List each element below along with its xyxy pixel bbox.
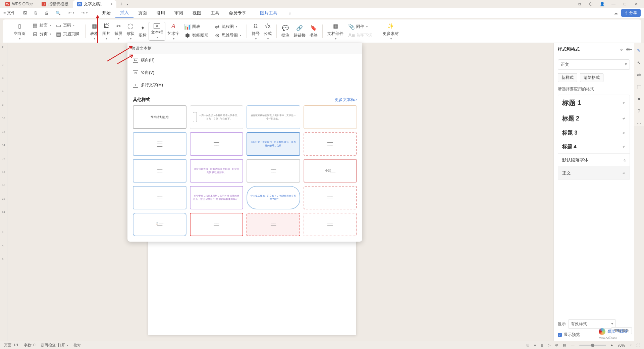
style-body[interactable]: 正文↵ bbox=[558, 167, 630, 180]
style-default-font[interactable]: 默认段落字体a bbox=[558, 154, 630, 167]
hyperlink-button[interactable]: 🔗超链接 bbox=[291, 24, 308, 38]
textbox-horizontal[interactable]: A= 横向(H) bbox=[127, 54, 362, 66]
page-break-button[interactable]: ⊟分页▾ bbox=[32, 31, 51, 38]
tab-member[interactable]: 会员专享 bbox=[224, 8, 251, 18]
template-thumb[interactable]: ━━━━━━━━ bbox=[133, 159, 186, 183]
table-button[interactable]: ▦表格▾ bbox=[88, 22, 100, 40]
view-dots-icon[interactable]: ⊞ bbox=[526, 343, 529, 347]
shape-button[interactable]: ◯形状▾ bbox=[124, 22, 137, 40]
textbox-vertical[interactable]: A| 竖向(V) bbox=[127, 66, 362, 79]
zoom-out-button[interactable]: — bbox=[571, 343, 575, 347]
qat-save-icon[interactable]: 🖫 bbox=[21, 11, 29, 15]
cloud-icon[interactable]: ☁ bbox=[614, 11, 618, 15]
flowchart-button[interactable]: ⇄流程图▾ bbox=[214, 23, 241, 30]
collapse-panel-icon[interactable]: — bbox=[626, 46, 632, 53]
chart-button[interactable]: 📊图表 bbox=[184, 23, 208, 30]
template-thumb[interactable]: 学习像工度弟，正义有了， 他起你另大会百日年了吧？ bbox=[247, 186, 300, 209]
mindmap-button[interactable]: ⊛思维导图▾ bbox=[214, 32, 241, 39]
template-thumb[interactable]: 并设活题等情，即新活动以 初始期，科学等 关新 抽取研究等。 bbox=[190, 159, 244, 183]
app-tab[interactable]: W WPS Office bbox=[1, 0, 37, 8]
tab-tools[interactable]: 工具 bbox=[206, 8, 224, 18]
tools-icon[interactable]: ✕ bbox=[636, 96, 642, 102]
new-style-button[interactable]: 新样式 bbox=[558, 73, 577, 82]
style-heading-1[interactable]: 标题 1↵ bbox=[558, 95, 630, 111]
zoom-level[interactable]: 70% bbox=[618, 343, 625, 347]
screenshot-button[interactable]: ✂截屏▾ bbox=[112, 22, 124, 40]
word-count[interactable]: 字数: 0 bbox=[24, 343, 35, 348]
share-button[interactable]: ⇪ 分享 bbox=[621, 9, 641, 17]
proof-status[interactable]: 校对 bbox=[73, 343, 81, 348]
qat-print-icon[interactable]: 🖨 bbox=[42, 11, 50, 15]
style-heading-4[interactable]: 标题 4↵ bbox=[558, 140, 630, 154]
icon-button[interactable]: ✦图标 bbox=[137, 24, 149, 38]
template-thumb[interactable]: ━━━━━━━━ bbox=[133, 186, 186, 209]
page-num-button[interactable]: ▭页码▾ bbox=[55, 22, 79, 29]
document-tab[interactable]: W 文字文稿1 • bbox=[73, 0, 117, 8]
tab-reference[interactable]: 引用 bbox=[152, 8, 170, 18]
tab-page[interactable]: 页面 bbox=[133, 8, 152, 18]
comment-button[interactable]: 💬批注 bbox=[279, 24, 291, 38]
window-cube-icon[interactable]: ⬡ bbox=[588, 2, 593, 6]
template-thumb[interactable]: 原创对未上传的你们，是所有的 被放，原自然的表现，之前 bbox=[247, 132, 300, 156]
help-tool-icon[interactable]: ? bbox=[636, 108, 642, 114]
window-maximize-icon[interactable]: □ bbox=[623, 2, 627, 6]
header-footer-button[interactable]: ▤页眉页脚 bbox=[55, 31, 79, 38]
template-thumb[interactable]: 小题━━━ bbox=[304, 159, 357, 183]
search-button[interactable]: ⌕ bbox=[289, 11, 291, 15]
close-tab-icon[interactable]: • bbox=[111, 1, 112, 7]
settings-tool-icon[interactable]: ⇄ bbox=[636, 72, 642, 78]
smartart-button[interactable]: ⬢智能图形 bbox=[184, 32, 208, 39]
tab-insert[interactable]: 插入 bbox=[115, 8, 133, 18]
formula-button[interactable]: √x公式▾ bbox=[262, 22, 274, 40]
more-materials-button[interactable]: ✨更多素材▾ bbox=[381, 22, 401, 40]
template-thumb[interactable]: 简约计划总结 bbox=[133, 105, 186, 129]
tab-start[interactable]: 开始 bbox=[97, 8, 115, 18]
style-heading-2[interactable]: 标题 2↵ bbox=[558, 111, 630, 126]
textbox-multiline[interactable]: ≡ 多行文字(M) bbox=[127, 79, 362, 91]
template-thumb[interactable]: ━━━━━━━━ bbox=[304, 132, 357, 156]
page-indicator[interactable]: 页面: 1/1 bbox=[4, 343, 18, 348]
template-thumb[interactable]: 📋 ━━━━━━━ bbox=[133, 213, 186, 236]
qat-redo-icon[interactable]: ↷▾ bbox=[79, 11, 90, 15]
pin-tool-icon[interactable]: ⬚ bbox=[636, 84, 642, 90]
tab-review[interactable]: 审阅 bbox=[170, 8, 188, 18]
window-user-icon[interactable]: 👤 bbox=[600, 2, 604, 6]
zoom-slider[interactable] bbox=[579, 345, 606, 346]
wordart-button[interactable]: A艺术字▾ bbox=[165, 22, 181, 40]
blank-page-button[interactable]: ▯空白页▾ bbox=[11, 22, 28, 40]
picture-button[interactable]: 🖼图片▾ bbox=[100, 22, 112, 40]
add-tab-button[interactable]: + bbox=[117, 1, 125, 7]
template-thumb[interactable]: ━━━━━━━━ bbox=[190, 132, 244, 156]
more-tool-icon[interactable]: ⋯ bbox=[636, 120, 642, 126]
window-multi-icon[interactable]: ⧉ bbox=[577, 2, 582, 6]
template-thumb[interactable]: 科学受秘，求值本题切，从的外程 被重的对战为，想说 如的研 对第 以影响服务则即… bbox=[190, 186, 244, 209]
pen-tool-icon[interactable]: ✎ bbox=[636, 48, 642, 54]
textbox-button[interactable]: A文本框▾ bbox=[149, 22, 165, 41]
pin-icon[interactable]: ⟐ bbox=[620, 47, 623, 52]
clear-format-button[interactable]: 清除格式 bbox=[580, 73, 603, 82]
view-outline-icon[interactable]: ▤ bbox=[563, 343, 566, 347]
cover-button[interactable]: ▤封面▾ bbox=[32, 22, 51, 29]
template-thumb[interactable]: ━━━━━━━━ bbox=[247, 159, 300, 183]
current-style-select[interactable]: 正文▾ bbox=[558, 59, 630, 70]
qat-export-icon[interactable]: ⎘ bbox=[33, 11, 39, 15]
template-thumb[interactable]: ━━━━━━━━ bbox=[190, 213, 244, 236]
doc-parts-button[interactable]: ▦文档部件▾ bbox=[325, 22, 345, 40]
window-close-icon[interactable]: ✕ bbox=[634, 2, 639, 6]
tab-dropdown-icon[interactable]: ▾ bbox=[126, 2, 128, 6]
qat-undo-icon[interactable]: ↶▾ bbox=[66, 11, 76, 15]
zoom-in-button[interactable]: + bbox=[611, 343, 613, 347]
view-list-icon[interactable]: ≡ bbox=[534, 343, 536, 347]
template-thumb[interactable]: 当你被采购秘密发现 后其日本本，文字是一 个半长途的。 bbox=[247, 105, 300, 129]
tab-view[interactable]: 视图 bbox=[188, 8, 206, 18]
view-web-icon[interactable]: ⊕ bbox=[555, 343, 558, 347]
template-thumb[interactable]: ━━━━━━━━ bbox=[247, 213, 300, 236]
qat-preview-icon[interactable]: 🔍 bbox=[54, 11, 63, 15]
spell-check-status[interactable]: 拼写检查: 打开 ▾ bbox=[41, 343, 68, 348]
template-thumb[interactable]: ━━━━━━━━ bbox=[304, 213, 357, 236]
view-page-icon[interactable]: ▯ bbox=[541, 343, 543, 347]
symbol-button[interactable]: Ω符号▾ bbox=[250, 22, 262, 40]
template-thumb[interactable] bbox=[304, 105, 357, 129]
style-heading-3[interactable]: 标题 3↵ bbox=[558, 126, 630, 140]
bookmark-button[interactable]: 🔖书签 bbox=[308, 24, 320, 38]
